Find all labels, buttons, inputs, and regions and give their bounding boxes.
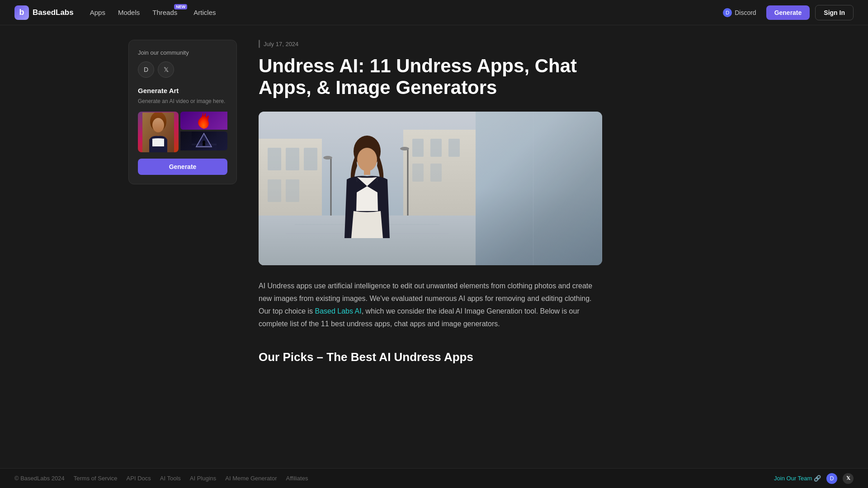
hero-svg [259,112,476,265]
art-preview-woman [138,112,179,152]
footer-right: Join Our Team 🔗 D 𝕏 [774,473,854,484]
fire-hand-svg [195,112,213,130]
generate-art-section: Generate Art Generate an AI video or ima… [138,87,227,175]
nav-link-articles[interactable]: Articles [188,6,221,19]
svg-rect-14 [268,148,281,170]
svg-point-8 [203,141,205,144]
nav-link-apps[interactable]: Apps [85,6,111,19]
svg-point-28 [323,156,332,160]
x-community-icon: 𝕏 [164,66,169,73]
nav-links: Apps Models Threads NEW Articles [85,6,222,19]
x-footer-icon[interactable]: 𝕏 [843,473,854,484]
signin-button[interactable]: Sign In [815,5,854,20]
footer-link-ai-tools[interactable]: AI Tools [160,475,181,482]
footer-link-terms[interactable]: Terms of Service [74,475,118,482]
nav-link-threads[interactable]: Threads NEW [147,6,186,19]
nav-left: b BasedLabs Apps Models Threads NEW Arti… [14,5,221,20]
svg-rect-24 [430,164,442,182]
navbar: b BasedLabs Apps Models Threads NEW Arti… [0,0,868,25]
article-date-bar: July 17, 2024 [259,40,602,48]
x-community-button[interactable]: 𝕏 [158,61,174,78]
svg-point-33 [357,148,377,171]
article-title: Undress AI: 11 Undress Apps, Chat Apps, … [259,55,602,99]
art-preview-woman-inner [138,112,179,152]
svg-rect-16 [304,148,317,170]
page-layout: Join our community D 𝕏 Generate Art Gene… [118,25,750,389]
footer-link-api-docs[interactable]: API Docs [127,475,151,482]
nav-link-models[interactable]: Models [113,6,145,19]
portal-svg [192,131,217,150]
logo-icon: b [14,5,29,20]
svg-rect-23 [412,164,424,182]
join-team-label: Join Our Team [774,475,812,482]
sidebar: Join our community D 𝕏 Generate Art Gene… [128,40,237,375]
section-heading: Our Picks – The Best AI Undress Apps [259,343,602,364]
svg-point-26 [400,147,409,150]
discord-nav-label: Discord [735,9,756,16]
discord-nav-icon: D [723,8,732,17]
art-preview-right [180,112,227,152]
svg-rect-18 [286,179,299,202]
main-content: July 17, 2024 Undress AI: 11 Undress App… [259,40,602,375]
article-hero-image [259,112,602,265]
discord-footer-icon[interactable]: D [826,473,837,484]
svg-rect-9 [203,144,205,146]
generate-art-title: Generate Art [138,87,227,94]
discord-nav-link[interactable]: D Discord [718,5,760,20]
discord-community-icon: D [144,66,148,73]
community-title: Join our community [138,49,227,56]
logo-text: BasedLabs [33,8,74,17]
svg-rect-22 [448,139,460,157]
threads-badge: NEW [174,4,187,9]
article-body: AI Undress apps use artificial intellige… [259,280,602,330]
footer-link-ai-meme[interactable]: AI Meme Generator [225,475,277,482]
art-images [138,112,227,152]
woman-svg [142,113,174,152]
svg-rect-20 [412,139,424,157]
nav-right: D Discord Generate Sign In [718,5,854,20]
footer-link-affiliates[interactable]: Affiliates [286,475,308,482]
footer-link-ai-plugins[interactable]: AI Plugins [190,475,217,482]
art-preview-portal [180,131,227,150]
svg-point-2 [152,118,164,132]
date-bar-line [259,40,260,48]
article-date: July 17, 2024 [264,41,298,47]
based-labs-link[interactable]: Based Labs AI [315,307,362,315]
generate-art-desc: Generate an AI video or image here. [138,97,227,105]
footer-left: © BasedLabs 2024 Terms of Service API Do… [14,475,308,482]
svg-rect-17 [268,179,281,202]
svg-rect-21 [430,139,442,157]
footer-copyright: © BasedLabs 2024 [14,475,65,482]
logo[interactable]: b BasedLabs [14,5,74,20]
generate-nav-button[interactable]: Generate [766,5,810,20]
sidebar-card: Join our community D 𝕏 Generate Art Gene… [128,40,237,184]
community-icons: D 𝕏 [138,61,227,78]
svg-rect-34 [364,169,370,175]
footer: © BasedLabs 2024 Terms of Service API Do… [0,468,868,488]
art-preview-fire [180,112,227,130]
svg-rect-15 [286,148,299,170]
generate-sidebar-button[interactable]: Generate [138,159,227,175]
join-team-link[interactable]: Join Our Team 🔗 [774,475,821,482]
discord-community-button[interactable]: D [138,61,154,78]
